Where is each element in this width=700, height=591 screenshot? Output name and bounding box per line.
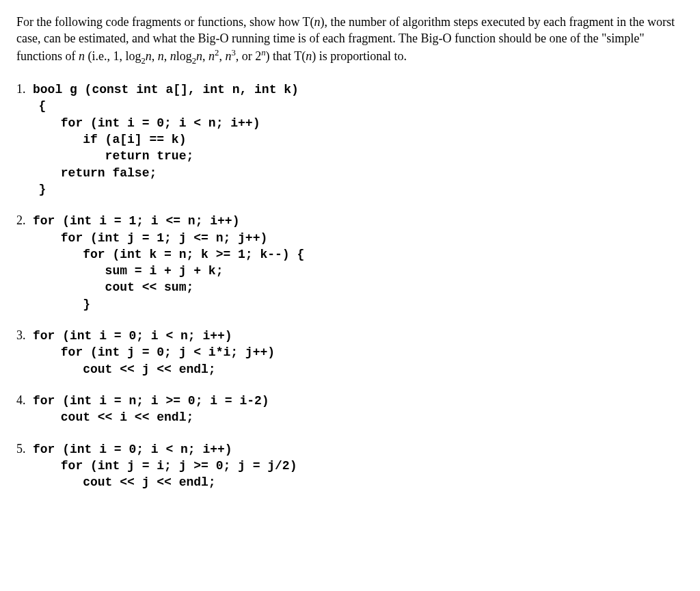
var-n: n xyxy=(170,49,176,63)
code-first-line: for (int i = 0; i < n; i++) xyxy=(33,441,232,458)
problem-5: 5. for (int i = 0; i < n; i++) for (int … xyxy=(16,441,684,491)
intro-text: (i.e., 1, log xyxy=(85,49,142,63)
intro-paragraph: For the following code fragments or func… xyxy=(16,14,684,66)
item-number: 5. xyxy=(16,442,29,456)
code-first-line: bool g (const int a[], int n, int k) xyxy=(33,81,299,98)
intro-text: , xyxy=(164,49,170,63)
problem-1: 1. bool g (const int a[], int n, int k) … xyxy=(16,81,684,198)
problem-2: 2. for (int i = 1; i <= n; i++) for (int… xyxy=(16,213,684,313)
problem-3: 3. for (int i = 0; i < n; i++) for (int … xyxy=(16,328,684,378)
intro-text: , xyxy=(202,49,208,63)
var-n: n xyxy=(306,49,312,63)
intro-text: ) that T( xyxy=(265,49,306,63)
item-number: 3. xyxy=(16,328,29,343)
var-n: n xyxy=(208,49,215,63)
code-block: for (int j = 0; j < i*i; j++) cout << j … xyxy=(16,344,684,378)
code-block: cout << i << endl; xyxy=(16,409,684,425)
intro-text: ) is proportional to. xyxy=(312,49,407,63)
var-n: n xyxy=(146,49,152,63)
intro-text: log xyxy=(176,49,192,63)
code-first-line: for (int i = n; i >= 0; i = i-2) xyxy=(33,393,269,409)
intro-text: For the following code fragments or func… xyxy=(16,15,314,29)
code-block: for (int j = i; j >= 0; j = j/2) cout <<… xyxy=(16,458,684,491)
intro-text: , or 2 xyxy=(236,49,262,63)
item-number: 2. xyxy=(16,213,29,228)
var-n: n xyxy=(79,49,85,63)
var-n: n xyxy=(314,15,321,29)
intro-text: , xyxy=(152,49,158,63)
code-block: { for (int i = 0; i < n; i++) if (a[i] =… xyxy=(16,98,684,198)
code-first-line: for (int i = 0; i < n; i++) xyxy=(33,328,232,344)
code-first-line: for (int i = 1; i <= n; i++) xyxy=(33,213,239,229)
item-number: 4. xyxy=(16,393,29,408)
problem-4: 4. for (int i = n; i >= 0; i = i-2) cout… xyxy=(16,393,684,426)
code-block: for (int j = 1; j <= n; j++) for (int k … xyxy=(16,230,684,313)
item-number: 1. xyxy=(16,82,29,96)
var-n: n xyxy=(196,49,202,63)
var-n: n xyxy=(158,49,164,63)
